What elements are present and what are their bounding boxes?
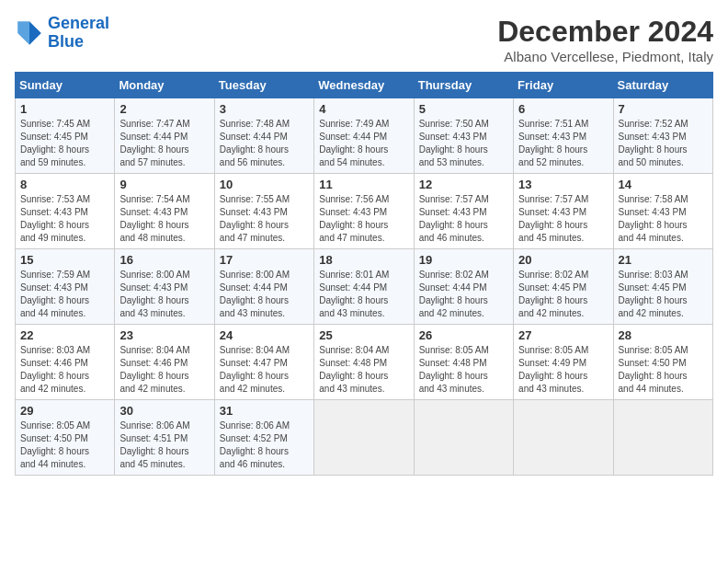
calendar-header-saturday: Saturday — [613, 73, 712, 98]
day-number: 23 — [119, 328, 209, 342]
day-info: Sunrise: 8:01 AMSunset: 4:44 PMDaylight:… — [319, 269, 408, 320]
day-info: Sunrise: 8:00 AMSunset: 4:44 PMDaylight:… — [220, 269, 309, 320]
day-number: 27 — [518, 328, 608, 342]
day-number: 29 — [20, 404, 109, 418]
day-info: Sunrise: 8:06 AMSunset: 4:51 PMDaylight:… — [119, 419, 209, 471]
day-number: 9 — [119, 178, 209, 191]
day-info: Sunrise: 7:56 AMSunset: 4:43 PMDaylight:… — [319, 193, 408, 245]
calendar-cell: 8Sunrise: 7:53 AMSunset: 4:43 PMDaylight… — [16, 174, 115, 249]
day-number: 15 — [20, 253, 109, 267]
calendar-cell: 21Sunrise: 8:03 AMSunset: 4:45 PMDayligh… — [613, 249, 712, 325]
day-info: Sunrise: 7:59 AMSunset: 4:43 PMDaylight:… — [20, 269, 109, 320]
calendar-cell: 9Sunrise: 7:54 AMSunset: 4:43 PMDaylight… — [115, 174, 214, 249]
calendar-cell: 25Sunrise: 8:04 AMSunset: 4:48 PMDayligh… — [314, 325, 414, 400]
calendar-cell — [514, 400, 613, 476]
calendar-cell: 11Sunrise: 7:56 AMSunset: 4:43 PMDayligh… — [314, 174, 414, 249]
calendar-header-monday: Monday — [115, 73, 214, 98]
calendar-cell: 29Sunrise: 8:05 AMSunset: 4:50 PMDayligh… — [16, 400, 115, 476]
day-info: Sunrise: 8:05 AMSunset: 4:49 PMDaylight:… — [518, 344, 608, 396]
day-number: 20 — [518, 253, 608, 267]
day-number: 21 — [619, 253, 708, 267]
day-info: Sunrise: 8:02 AMSunset: 4:45 PMDaylight:… — [518, 269, 608, 320]
day-info: Sunrise: 8:05 AMSunset: 4:50 PMDaylight:… — [20, 419, 109, 471]
day-number: 24 — [220, 328, 309, 342]
calendar-cell: 13Sunrise: 7:57 AMSunset: 4:43 PMDayligh… — [514, 174, 613, 249]
calendar-cell: 6Sunrise: 7:51 AMSunset: 4:43 PMDaylight… — [514, 98, 613, 174]
calendar-cell — [613, 400, 712, 476]
logo-line1: General — [48, 14, 109, 32]
day-number: 18 — [319, 253, 408, 267]
day-number: 12 — [419, 178, 508, 191]
logo: General Blue — [15, 15, 109, 52]
day-info: Sunrise: 8:05 AMSunset: 4:48 PMDaylight:… — [419, 344, 508, 396]
subtitle: Albano Vercellese, Piedmont, Italy — [497, 49, 713, 64]
calendar-week-4: 22Sunrise: 8:03 AMSunset: 4:46 PMDayligh… — [16, 325, 713, 400]
day-info: Sunrise: 7:57 AMSunset: 4:43 PMDaylight:… — [419, 193, 508, 245]
day-number: 11 — [319, 178, 408, 191]
day-info: Sunrise: 8:02 AMSunset: 4:44 PMDaylight:… — [419, 269, 508, 320]
day-number: 10 — [220, 178, 309, 191]
calendar-week-3: 15Sunrise: 7:59 AMSunset: 4:43 PMDayligh… — [16, 249, 713, 325]
calendar-header-wednesday: Wednesday — [314, 73, 414, 98]
day-number: 30 — [119, 404, 209, 418]
day-info: Sunrise: 8:03 AMSunset: 4:46 PMDaylight:… — [20, 344, 109, 396]
main-title: December 2024 — [497, 15, 713, 49]
calendar-week-5: 29Sunrise: 8:05 AMSunset: 4:50 PMDayligh… — [16, 400, 713, 476]
calendar-header-sunday: Sunday — [16, 73, 115, 98]
day-info: Sunrise: 7:58 AMSunset: 4:43 PMDaylight:… — [619, 193, 708, 245]
day-number: 5 — [419, 102, 508, 116]
day-number: 6 — [518, 102, 608, 116]
day-number: 17 — [220, 253, 309, 267]
calendar-cell: 15Sunrise: 7:59 AMSunset: 4:43 PMDayligh… — [16, 249, 115, 325]
calendar-cell: 18Sunrise: 8:01 AMSunset: 4:44 PMDayligh… — [314, 249, 414, 325]
day-info: Sunrise: 8:03 AMSunset: 4:45 PMDaylight:… — [619, 269, 708, 320]
calendar-cell: 3Sunrise: 7:48 AMSunset: 4:44 PMDaylight… — [214, 98, 313, 174]
calendar-cell: 20Sunrise: 8:02 AMSunset: 4:45 PMDayligh… — [514, 249, 613, 325]
calendar-cell: 31Sunrise: 8:06 AMSunset: 4:52 PMDayligh… — [214, 400, 313, 476]
day-number: 19 — [419, 253, 508, 267]
day-number: 25 — [319, 328, 408, 342]
calendar-cell — [414, 400, 513, 476]
day-number: 3 — [220, 102, 309, 116]
day-number: 8 — [20, 178, 109, 191]
calendar-cell: 5Sunrise: 7:50 AMSunset: 4:43 PMDaylight… — [414, 98, 513, 174]
title-block: December 2024 Albano Vercellese, Piedmon… — [497, 15, 713, 64]
day-info: Sunrise: 7:45 AMSunset: 4:45 PMDaylight:… — [20, 118, 109, 169]
page-header: General Blue December 2024 Albano Vercel… — [15, 15, 713, 64]
calendar-cell: 26Sunrise: 8:05 AMSunset: 4:48 PMDayligh… — [414, 325, 513, 400]
day-info: Sunrise: 7:52 AMSunset: 4:43 PMDaylight:… — [619, 118, 708, 169]
calendar-header-row: SundayMondayTuesdayWednesdayThursdayFrid… — [16, 73, 713, 98]
calendar-cell: 7Sunrise: 7:52 AMSunset: 4:43 PMDaylight… — [613, 98, 712, 174]
day-info: Sunrise: 7:55 AMSunset: 4:43 PMDaylight:… — [220, 193, 309, 245]
calendar-cell: 2Sunrise: 7:47 AMSunset: 4:44 PMDaylight… — [115, 98, 214, 174]
calendar-cell: 12Sunrise: 7:57 AMSunset: 4:43 PMDayligh… — [414, 174, 513, 249]
calendar-cell: 24Sunrise: 8:04 AMSunset: 4:47 PMDayligh… — [214, 325, 313, 400]
calendar-table: SundayMondayTuesdayWednesdayThursdayFrid… — [15, 72, 713, 476]
calendar-cell: 10Sunrise: 7:55 AMSunset: 4:43 PMDayligh… — [214, 174, 313, 249]
day-number: 2 — [119, 102, 209, 116]
day-info: Sunrise: 7:54 AMSunset: 4:43 PMDaylight:… — [119, 193, 209, 245]
calendar-cell: 19Sunrise: 8:02 AMSunset: 4:44 PMDayligh… — [414, 249, 513, 325]
calendar-cell — [314, 400, 414, 476]
day-info: Sunrise: 7:53 AMSunset: 4:43 PMDaylight:… — [20, 193, 109, 245]
day-info: Sunrise: 7:49 AMSunset: 4:44 PMDaylight:… — [319, 118, 408, 169]
calendar-cell: 30Sunrise: 8:06 AMSunset: 4:51 PMDayligh… — [115, 400, 214, 476]
calendar-cell: 4Sunrise: 7:49 AMSunset: 4:44 PMDaylight… — [314, 98, 414, 174]
calendar-cell: 1Sunrise: 7:45 AMSunset: 4:45 PMDaylight… — [16, 98, 115, 174]
calendar-week-1: 1Sunrise: 7:45 AMSunset: 4:45 PMDaylight… — [16, 98, 713, 174]
day-number: 28 — [619, 328, 708, 342]
calendar-cell: 23Sunrise: 8:04 AMSunset: 4:46 PMDayligh… — [115, 325, 214, 400]
calendar-header-tuesday: Tuesday — [214, 73, 313, 98]
logo-line2: Blue — [48, 32, 84, 51]
calendar-cell: 27Sunrise: 8:05 AMSunset: 4:49 PMDayligh… — [514, 325, 613, 400]
svg-marker-0 — [29, 21, 41, 45]
day-info: Sunrise: 7:50 AMSunset: 4:43 PMDaylight:… — [419, 118, 508, 169]
day-info: Sunrise: 7:57 AMSunset: 4:43 PMDaylight:… — [518, 193, 608, 245]
day-info: Sunrise: 7:48 AMSunset: 4:44 PMDaylight:… — [220, 118, 309, 169]
day-number: 14 — [619, 178, 708, 191]
day-info: Sunrise: 8:04 AMSunset: 4:48 PMDaylight:… — [319, 344, 408, 396]
day-number: 4 — [319, 102, 408, 116]
day-number: 22 — [20, 328, 109, 342]
day-number: 26 — [419, 328, 508, 342]
calendar-cell: 16Sunrise: 8:00 AMSunset: 4:43 PMDayligh… — [115, 249, 214, 325]
